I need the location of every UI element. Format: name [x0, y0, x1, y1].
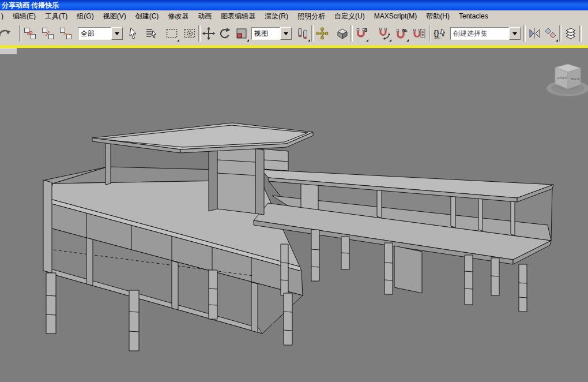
named-selection-set-value: 创建选择集: [450, 27, 509, 40]
viewcube[interactable]: RIGHT BACK: [546, 64, 588, 96]
raised-top-support: [209, 146, 264, 215]
menu-item-tools[interactable]: 工具(T): [40, 10, 72, 23]
manipulate-icon: [315, 27, 329, 40]
flyout-indicator: [406, 39, 409, 42]
mirror-button[interactable]: [526, 25, 542, 42]
select-and-manipulate-button[interactable]: [314, 25, 330, 42]
svg-text:{}: {}: [434, 28, 439, 37]
svg-text:%: %: [402, 27, 408, 33]
menu-item-help[interactable]: 帮助(H): [421, 10, 454, 23]
move-icon: [202, 27, 216, 40]
menu-item-views[interactable]: 视图(V): [99, 10, 131, 23]
menu-item-create[interactable]: 创建(C): [131, 10, 164, 23]
window-titlebar[interactable]: 分享动画 传播快乐: [0, 0, 588, 10]
raised-counter-top: [92, 123, 313, 153]
mirror-icon: [527, 27, 541, 40]
flyout-indicator: [247, 39, 249, 42]
angle-snap-toggle-button[interactable]: [376, 25, 392, 42]
layers-icon: [564, 27, 578, 40]
chevron-down-icon: [115, 32, 119, 35]
coordinate-system-dropdown[interactable]: 视图: [251, 27, 292, 40]
selection-filter-arrow-button[interactable]: [111, 27, 123, 40]
keyboard-shortcut-override-button[interactable]: [334, 25, 350, 42]
layer-manager-button[interactable]: [563, 25, 579, 42]
scale-icon: [235, 27, 248, 40]
bind-to-space-warp-button[interactable]: [58, 25, 74, 42]
flyout-indicator: [366, 39, 368, 42]
menu-item-partial[interactable]: ): [0, 11, 8, 21]
toolbar-separator: [311, 25, 314, 42]
coordinate-system-arrow-button[interactable]: [280, 27, 292, 40]
toolbar-separator: [19, 25, 21, 42]
selection-filter-value: 全部: [78, 27, 111, 40]
angle-snap-magnet-icon: [377, 27, 391, 40]
snaps-toggle-button[interactable]: 3: [353, 25, 369, 42]
coordinate-system-value: 视图: [251, 27, 280, 40]
window-crossing-icon: [183, 27, 197, 40]
chevron-down-icon: [512, 32, 517, 35]
window-title: 分享动画 传播快乐: [2, 1, 59, 9]
model-3d-desk: [43, 123, 553, 351]
bind-space-warp-icon: [59, 27, 73, 40]
raised-top-left-support: [105, 141, 111, 185]
rotate-icon: [218, 27, 232, 40]
viewcube-back-face-label: BACK: [571, 77, 580, 81]
select-link-icon: [23, 27, 37, 40]
toolbar-separator: [523, 25, 526, 42]
menu-item-graph-editors[interactable]: 图表编辑器: [216, 10, 260, 23]
rectangular-selection-region-button[interactable]: [164, 25, 180, 42]
menu-item-animation[interactable]: 动画: [193, 10, 216, 23]
use-pivot-point-center-button[interactable]: [295, 25, 311, 42]
percent-snap-magnet-icon: %: [394, 27, 408, 40]
toolbar-separator: [579, 25, 582, 42]
unlink-icon: [41, 27, 55, 40]
keyboard-override-cube-icon: [336, 27, 349, 40]
redo-button[interactable]: [0, 25, 13, 42]
menu-item-group[interactable]: 组(G): [72, 10, 98, 23]
spinner-snap-toggle-button[interactable]: [410, 25, 427, 42]
main-toolbar: 全部: [0, 22, 588, 46]
chevron-down-icon: [284, 32, 288, 35]
window-crossing-toggle-button[interactable]: [182, 25, 198, 42]
snap-magnet-icon: 3: [354, 27, 368, 40]
viewcube-right-face-label: RIGHT: [557, 76, 568, 80]
flyout-indicator: [308, 39, 310, 42]
menu-item-edit[interactable]: 编辑(E): [8, 10, 40, 23]
right-wing: [254, 148, 553, 264]
menu-bar: ) 编辑(E) 工具(T) 组(G) 视图(V) 创建(C) 修改器 动画 图表…: [0, 10, 588, 22]
unlink-selection-button[interactable]: [40, 25, 56, 42]
select-object-button[interactable]: [125, 25, 141, 42]
select-cursor-icon: [126, 27, 140, 40]
menu-item-customize[interactable]: 自定义(U): [330, 10, 370, 23]
selection-filter-dropdown[interactable]: 全部: [78, 27, 123, 40]
pivot-center-icon: [296, 27, 310, 40]
spinner-snap-magnet-icon: [412, 27, 425, 40]
redo-arrow-icon: [0, 27, 12, 40]
select-and-scale-button[interactable]: [233, 25, 250, 42]
named-selection-set-dropdown[interactable]: 创建选择集: [450, 27, 521, 40]
select-and-link-button[interactable]: [22, 25, 38, 42]
align-button[interactable]: [542, 25, 559, 42]
select-and-rotate-button[interactable]: [217, 25, 233, 42]
menu-item-tentacles[interactable]: Tentacles: [454, 11, 493, 21]
named-selection-sets-icon: {} ABC: [433, 27, 448, 40]
menu-item-maxscript[interactable]: MAXScript(M): [370, 11, 422, 21]
named-selection-set-arrow-button[interactable]: [509, 27, 521, 40]
select-and-move-button[interactable]: [201, 25, 217, 42]
viewport[interactable]: RIGHT BACK: [0, 48, 588, 382]
percent-snap-toggle-button[interactable]: %: [393, 25, 409, 42]
menu-item-modifiers[interactable]: 修改器: [163, 10, 193, 23]
edit-named-selection-sets-button[interactable]: {} ABC: [432, 25, 448, 42]
select-by-name-button[interactable]: [144, 25, 160, 42]
svg-text:3: 3: [364, 27, 367, 33]
flyout-indicator: [389, 39, 391, 42]
perspective-scene[interactable]: RIGHT BACK: [0, 48, 588, 382]
rect-selection-icon: [165, 27, 179, 40]
menu-item-lighting-analysis[interactable]: 照明分析: [293, 10, 330, 23]
toolbar-separator: [429, 25, 431, 42]
menu-item-rendering[interactable]: 渲染(R): [260, 10, 293, 23]
flyout-indicator: [556, 39, 558, 42]
svg-text:ABC: ABC: [434, 36, 440, 40]
toolbar-separator: [559, 25, 561, 42]
align-icon: [544, 27, 557, 40]
